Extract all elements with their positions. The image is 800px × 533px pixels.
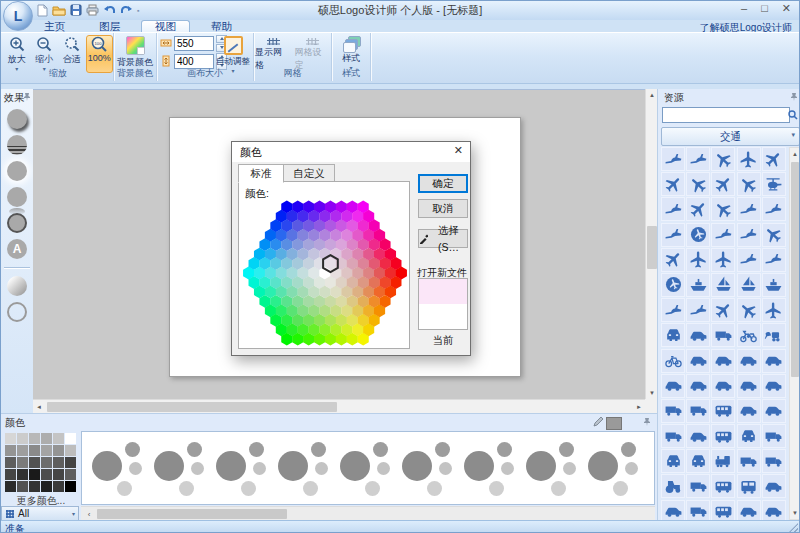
resource-car-icon[interactable]	[686, 323, 710, 347]
resource-moto-icon[interactable]	[737, 323, 761, 347]
resource-jet-icon[interactable]	[711, 298, 735, 322]
resource-jet-icon[interactable]	[762, 147, 786, 171]
resource-car-icon[interactable]	[762, 500, 786, 520]
gray-swatch[interactable]	[65, 481, 76, 492]
resource-plane-icon[interactable]	[686, 248, 710, 272]
resource-planeside-icon[interactable]	[737, 223, 761, 247]
resource-planeside-icon[interactable]	[737, 248, 761, 272]
resource-carfront-icon[interactable]	[661, 323, 685, 347]
resource-plane-icon[interactable]	[711, 248, 735, 272]
scroll-up-icon[interactable]: ▲	[789, 148, 800, 160]
resource-plane-icon[interactable]	[737, 147, 761, 171]
scroll-thumb[interactable]	[47, 402, 337, 412]
resource-truck-icon[interactable]	[762, 449, 786, 473]
resources-scrollbar[interactable]: ▲ ▼	[789, 147, 800, 520]
dialog-tab-standard[interactable]: 标准	[238, 164, 284, 183]
gray-swatch[interactable]	[65, 433, 76, 444]
resource-car-icon[interactable]	[762, 474, 786, 498]
color-scheme-item[interactable]	[92, 438, 154, 500]
resource-ship-icon[interactable]	[762, 273, 786, 297]
resource-jet2-icon[interactable]	[762, 223, 786, 247]
gray-swatch[interactable]	[17, 433, 28, 444]
resource-planeside-icon[interactable]	[686, 298, 710, 322]
resource-globe-icon[interactable]	[661, 273, 685, 297]
undo-icon[interactable]	[103, 5, 116, 16]
resource-truck-icon[interactable]	[711, 323, 735, 347]
color-scheme-item[interactable]	[154, 438, 216, 500]
color-scheme-item[interactable]	[216, 438, 278, 500]
resource-car-icon[interactable]	[737, 349, 761, 373]
resource-jet2-icon[interactable]	[711, 147, 735, 171]
gray-swatch[interactable]	[29, 433, 40, 444]
resize-grip[interactable]	[788, 523, 798, 533]
color-scheme-item[interactable]	[588, 438, 650, 500]
gray-swatch[interactable]	[65, 457, 76, 468]
resource-truck-icon[interactable]	[686, 500, 710, 520]
gray-swatch[interactable]	[53, 445, 64, 456]
resource-car-icon[interactable]	[661, 374, 685, 398]
resource-car-icon[interactable]	[762, 399, 786, 423]
tab-home[interactable]: 主页	[31, 20, 78, 32]
gray-swatch[interactable]	[41, 457, 52, 468]
gray-swatch[interactable]	[41, 469, 52, 480]
gray-swatch[interactable]	[29, 445, 40, 456]
effect-texta-button[interactable]: A	[7, 239, 27, 259]
redo-icon[interactable]	[120, 5, 133, 16]
gray-swatch[interactable]	[41, 481, 52, 492]
minimize-button[interactable]: –	[741, 2, 747, 15]
canvas-horizontal-scrollbar[interactable]: ◄ ►	[33, 399, 645, 414]
gray-swatch[interactable]	[53, 457, 64, 468]
resource-truck-icon[interactable]	[686, 399, 710, 423]
pin-icon[interactable]	[790, 92, 798, 101]
resource-truck-icon[interactable]	[737, 449, 761, 473]
resource-minibus-icon[interactable]	[711, 399, 735, 423]
resource-tractor-icon[interactable]	[661, 474, 685, 498]
resource-car-icon[interactable]	[762, 374, 786, 398]
resource-planeside-icon[interactable]	[661, 223, 685, 247]
ok-button[interactable]: 确定	[418, 174, 468, 193]
effect-blur-button[interactable]	[7, 135, 27, 155]
current-color-box[interactable]	[606, 417, 622, 430]
gray-swatch[interactable]	[17, 445, 28, 456]
resource-planeside-icon[interactable]	[661, 197, 685, 221]
gray-swatch[interactable]	[53, 481, 64, 492]
gray-swatch[interactable]	[41, 433, 52, 444]
resource-jet-icon[interactable]	[661, 172, 685, 196]
resource-planeside-icon[interactable]	[737, 197, 761, 221]
dialog-tab-custom[interactable]: 自定义	[283, 164, 335, 182]
resource-sail-icon[interactable]	[737, 273, 761, 297]
gray-swatch[interactable]	[29, 457, 40, 468]
effect-reflection-button[interactable]	[7, 187, 27, 207]
gray-swatch[interactable]	[65, 445, 76, 456]
effect-gradient-button[interactable]	[7, 276, 27, 296]
scroll-thumb[interactable]	[791, 162, 799, 377]
resource-planeside-icon[interactable]	[762, 197, 786, 221]
color-scheme-item[interactable]	[464, 438, 526, 500]
gray-swatch[interactable]	[41, 445, 52, 456]
resource-car-icon[interactable]	[737, 500, 761, 520]
gray-swatch[interactable]	[53, 433, 64, 444]
resource-sail-icon[interactable]	[711, 273, 735, 297]
resource-bus-icon[interactable]	[737, 474, 761, 498]
resource-train-icon[interactable]	[711, 449, 735, 473]
color-scheme-item[interactable]	[526, 438, 588, 500]
resource-ship-icon[interactable]	[686, 273, 710, 297]
scroll-thumb[interactable]	[97, 509, 287, 519]
effect-shadow-button[interactable]	[7, 109, 27, 129]
resource-planeside-icon[interactable]	[686, 147, 710, 171]
gray-swatch[interactable]	[29, 481, 40, 492]
gray-swatch[interactable]	[17, 469, 28, 480]
gray-swatch[interactable]	[65, 469, 76, 480]
resource-truck-icon[interactable]	[686, 474, 710, 498]
open-folder-icon[interactable]	[52, 4, 66, 16]
resource-carfront-icon[interactable]	[737, 424, 761, 448]
resource-minibus-icon[interactable]	[711, 474, 735, 498]
resource-globe-icon[interactable]	[686, 223, 710, 247]
quick-access-dropdown-icon[interactable]: ▪	[137, 7, 139, 14]
dialog-close-icon[interactable]: ✕	[454, 144, 463, 157]
canvas-width-input[interactable]	[174, 36, 214, 51]
effect-glow-button[interactable]	[7, 161, 27, 181]
pick-color-button[interactable]: 选择(S…	[418, 229, 468, 248]
gray-swatch[interactable]	[5, 457, 16, 468]
resource-planeside-icon[interactable]	[762, 248, 786, 272]
